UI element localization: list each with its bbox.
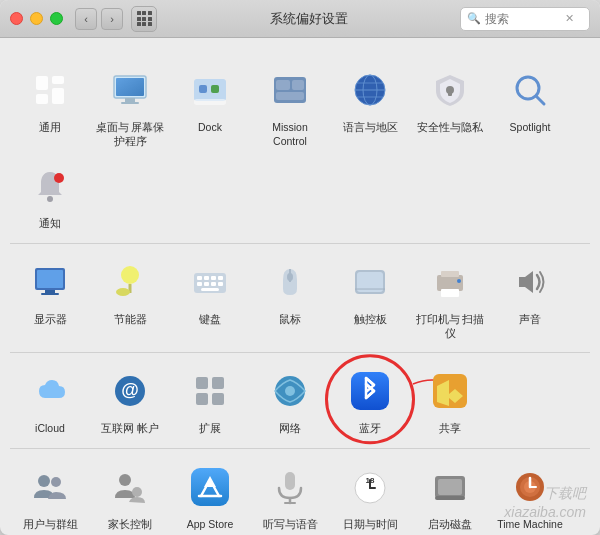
pref-item-datetime[interactable]: 18日期与时间 xyxy=(330,455,410,535)
svg-point-69 xyxy=(38,475,50,487)
svg-point-35 xyxy=(116,288,130,296)
svg-rect-59 xyxy=(212,377,224,389)
pref-item-mission[interactable]: Mission Control xyxy=(250,58,330,154)
svg-rect-40 xyxy=(218,276,223,280)
search-bar[interactable]: 🔍 ✕ xyxy=(460,7,590,31)
icon-keyboard xyxy=(184,256,236,308)
svg-rect-43 xyxy=(211,282,216,286)
label-display: 显示器 xyxy=(34,313,67,327)
pref-item-energy[interactable]: 节能器 xyxy=(90,250,170,346)
pref-item-icloud[interactable]: iCloud xyxy=(10,359,90,442)
search-clear-icon[interactable]: ✕ xyxy=(565,12,574,25)
forward-button[interactable]: › xyxy=(101,8,123,30)
icon-extensions xyxy=(184,365,236,417)
pref-item-display[interactable]: 显示器 xyxy=(10,250,90,346)
label-datetime: 日期与时间 xyxy=(343,518,398,532)
label-general: 通用 xyxy=(39,121,61,135)
pref-item-sound[interactable]: 声音 xyxy=(490,250,570,346)
icon-printer xyxy=(424,256,476,308)
pref-item-startup[interactable]: 启动磁盘 xyxy=(410,455,490,535)
maximize-button[interactable] xyxy=(50,12,63,25)
label-sound: 声音 xyxy=(519,313,541,327)
icon-spotlight xyxy=(504,64,556,116)
pref-item-network[interactable]: 网络 xyxy=(250,359,330,442)
svg-point-63 xyxy=(285,386,295,396)
svg-rect-30 xyxy=(37,270,63,288)
search-input[interactable] xyxy=(485,12,565,26)
label-trackpad: 触控板 xyxy=(354,313,387,327)
icon-internet: @ xyxy=(104,365,156,417)
icon-users xyxy=(24,461,76,513)
pref-item-notif[interactable]: 通知 xyxy=(10,154,90,237)
label-icloud: iCloud xyxy=(35,422,65,436)
svg-rect-84 xyxy=(435,496,465,500)
traffic-lights xyxy=(10,12,63,25)
section-section2: 显示器节能器键盘鼠标触控板打印机与 扫描仪声音 xyxy=(10,244,590,353)
pref-item-users[interactable]: 用户与群组 xyxy=(10,455,90,535)
icon-notif xyxy=(24,160,76,212)
svg-rect-53 xyxy=(441,289,459,297)
svg-rect-2 xyxy=(36,94,48,104)
svg-rect-39 xyxy=(211,276,216,280)
label-desktop: 桌面与 屏幕保护程序 xyxy=(94,121,166,148)
label-dock: Dock xyxy=(198,121,222,135)
svg-point-70 xyxy=(51,477,61,487)
pref-item-trackpad[interactable]: 触控板 xyxy=(330,250,410,346)
minimize-button[interactable] xyxy=(30,12,43,25)
svg-point-71 xyxy=(119,474,131,486)
label-parental: 家长控制 xyxy=(108,518,152,532)
icon-sound xyxy=(504,256,556,308)
pref-item-sharing[interactable]: 共享 xyxy=(410,359,490,442)
label-bluetooth: 蓝牙 xyxy=(359,422,381,436)
pref-item-extensions[interactable]: 扩展 xyxy=(170,359,250,442)
label-keyboard: 键盘 xyxy=(199,313,221,327)
svg-rect-1 xyxy=(52,76,64,84)
pref-item-spotlight[interactable]: Spotlight xyxy=(490,58,570,154)
svg-rect-3 xyxy=(52,88,64,104)
icon-display xyxy=(24,256,76,308)
label-mouse: 鼠标 xyxy=(279,313,301,327)
label-spotlight: Spotlight xyxy=(510,121,551,135)
section-section4: 用户与群组家长控制App Store听写与语音18日期与时间启动磁盘Time M… xyxy=(10,449,590,535)
svg-rect-16 xyxy=(276,92,304,100)
preferences-content: 通用桌面与 屏幕保护程序DockMission Control语言与地区安全性与… xyxy=(0,38,600,535)
svg-rect-42 xyxy=(204,282,209,286)
pref-item-desktop[interactable]: 桌面与 屏幕保护程序 xyxy=(90,58,170,154)
pref-item-language[interactable]: 语言与地区 xyxy=(330,58,410,154)
icon-energy xyxy=(104,256,156,308)
icon-icloud xyxy=(24,365,76,417)
icon-startup xyxy=(424,461,476,513)
label-energy: 节能器 xyxy=(114,313,147,327)
svg-point-72 xyxy=(132,487,142,497)
pref-item-printer[interactable]: 打印机与 扫描仪 xyxy=(410,250,490,346)
pref-item-security[interactable]: 安全性与隐私 xyxy=(410,58,490,154)
icon-general xyxy=(24,64,76,116)
svg-rect-32 xyxy=(41,293,59,295)
svg-marker-55 xyxy=(519,271,533,293)
svg-rect-44 xyxy=(218,282,223,286)
watermark: 下载吧xiazaiba.com xyxy=(504,484,586,523)
pref-item-dictation[interactable]: 听写与语音 xyxy=(250,455,330,535)
pref-item-dock[interactable]: Dock xyxy=(170,58,250,154)
label-internet: 互联网 帐户 xyxy=(101,422,159,436)
pref-item-parental[interactable]: 家长控制 xyxy=(90,455,170,535)
close-button[interactable] xyxy=(10,12,23,25)
grid-view-button[interactable] xyxy=(131,6,157,32)
svg-rect-6 xyxy=(125,98,135,102)
label-notif: 通知 xyxy=(39,217,61,231)
label-sharing: 共享 xyxy=(439,422,461,436)
pref-item-mouse[interactable]: 鼠标 xyxy=(250,250,330,346)
pref-item-keyboard[interactable]: 键盘 xyxy=(170,250,250,346)
svg-rect-45 xyxy=(201,288,219,291)
icon-language xyxy=(344,64,396,116)
svg-rect-60 xyxy=(196,393,208,405)
icon-security xyxy=(424,64,476,116)
pref-item-bluetooth[interactable]: 蓝牙 xyxy=(330,359,410,442)
pref-item-internet[interactable]: @互联网 帐户 xyxy=(90,359,170,442)
back-button[interactable]: ‹ xyxy=(75,8,97,30)
pref-item-appstore[interactable]: App Store xyxy=(170,455,250,535)
svg-rect-52 xyxy=(441,271,459,277)
pref-item-general[interactable]: 通用 xyxy=(10,58,90,154)
label-language: 语言与地区 xyxy=(343,121,398,135)
label-mission: Mission Control xyxy=(254,121,326,148)
